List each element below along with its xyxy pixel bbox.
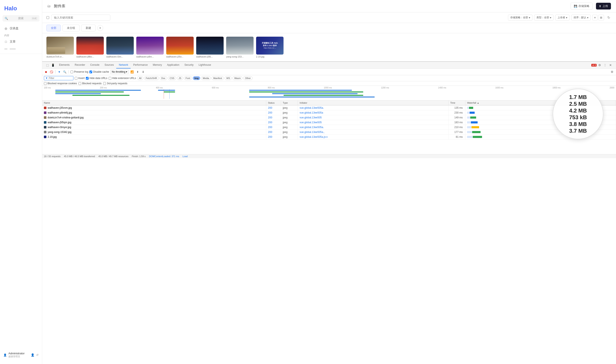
inspect-element-button[interactable]: ⬚ [45,63,50,67]
pill-all[interactable]: All [137,76,143,80]
grid-view-button[interactable]: ⊞ [598,15,604,20]
tab-all[interactable]: 全部 [46,25,61,31]
waterfall-downloading [472,131,481,133]
image-card-6[interactable]: wallhaven-j5l5... [196,37,224,58]
image-name-5: wallhaven-j35v... [166,55,194,58]
invert-checkbox[interactable] [75,77,77,80]
network-settings-button[interactable]: ⚙ [610,69,614,74]
pill-fetch_xhr[interactable]: Fetch/XHR [144,76,159,80]
disable-cache-label: Disable cache [93,70,109,73]
hide-data-urls-checkbox[interactable] [86,77,89,80]
refresh-button[interactable]: ↻ [606,14,612,21]
tab-elements[interactable]: Elements [56,62,72,68]
table-row[interactable]: wallhaven-j5l5qm.jpg 200 jpeg vue.global… [42,120,616,125]
table-row[interactable]: duietczn7o4-cristina-gottardi.jpg 200 jp… [42,115,616,120]
tab-memory[interactable]: Memory [150,62,164,68]
pill-css[interactable]: CSS [168,76,176,80]
preserve-log-checkbox[interactable] [70,71,73,73]
devtools-more-button[interactable]: ⋮ [602,63,608,68]
hide-extension-checkbox[interactable] [109,77,112,80]
image-card-3[interactable]: wallhaven-l3m... [106,37,134,58]
network-table[interactable]: Name Status Type Initiator Time Waterfal… [42,101,616,154]
pill-manifest[interactable]: Manifest [211,76,224,80]
pill-other[interactable]: Other [243,76,252,80]
pill-media[interactable]: Media [201,76,211,80]
image-card-4[interactable]: wallhaven-p8m... [136,37,164,58]
image-card-5[interactable]: wallhaven-j35v... [166,37,194,58]
table-row[interactable]: 2.19.jpg 200 jpeg vue.global.13ee505a.js… [42,135,616,140]
tab-performance[interactable]: Performance [131,62,150,68]
upload-button[interactable]: ⬆ 上传 [596,3,611,10]
filter-button[interactable]: ▼ [57,70,61,74]
timeline-bar [158,90,175,91]
tab-application[interactable]: Application [165,62,182,68]
image-card-2[interactable]: wallhaven-j8lkx... [76,37,104,58]
timeline-mark: 1800 ms [552,87,560,89]
select-all-checkbox[interactable] [46,16,49,19]
search-button[interactable]: 🔍 [63,70,67,74]
image-card-7[interactable]: yang-song-153... [226,37,253,58]
pill-font[interactable]: Font [184,76,192,80]
sort-filter-select[interactable]: 排序：默认 ▾ [571,14,591,21]
sidebar-item-label: 仪表盘 [10,26,19,30]
list-view-button[interactable]: ≡ [592,15,597,20]
network-conditions-button[interactable]: 📶 [130,70,134,74]
device-toolbar-button[interactable]: 📱 [51,63,55,67]
disable-cache-checkbox-wrap: Disable cache [89,70,109,73]
storage-strategy-button[interactable]: 💾 存储策略 [571,2,593,10]
disable-cache-checkbox[interactable] [89,71,92,73]
user-profile-button[interactable]: 👤 [31,353,34,357]
tab-lighthouse[interactable]: Lighthouse [196,62,214,68]
cell-initiator: vue.global.13ee505a.js:v [298,135,448,139]
waterfall-downloading [469,107,473,109]
clear-button[interactable]: 🚫 [49,70,54,74]
image-card-1[interactable]: duietczn7o4-cr... [46,37,74,58]
blocked-requests-checkbox[interactable] [79,82,81,85]
waterfall-waiting [467,112,469,114]
tab-new[interactable]: 新建 [81,25,96,31]
type-filter-select[interactable]: 类型：全部 ▾ [534,14,554,21]
add-category-button[interactable]: + [97,25,103,31]
sidebar-item-articles[interactable]: □ 文章 [0,38,42,45]
waterfall-downloading [471,121,478,123]
timeline-bar [55,93,101,94]
pill-wasm[interactable]: Wasm [233,76,242,80]
recording-button[interactable]: ⏺ [44,70,48,74]
throttle-select[interactable]: No throttling ▾ [110,70,129,74]
waterfall-waiting [467,126,471,128]
pill-doc[interactable]: Doc [160,76,167,80]
sidebar-item-dashboard[interactable]: ◎ 仪表盘 [0,25,42,32]
filter-input[interactable] [49,77,70,80]
table-row[interactable]: wallhaven-j35vvm.jpg 200 jpeg vue.global… [42,105,616,110]
hide-data-urls-label: Hide data URLs [89,77,107,80]
hide-extension-checkbox-wrap: Hide extension URLs [109,77,136,80]
devtools-close-button[interactable]: ✕ [608,63,613,68]
sidebar-search[interactable]: 🔍 搜索 ⌘+K [2,15,40,22]
tab-uncategorized[interactable]: 未分组 [62,25,80,31]
invert-checkbox-wrap: Invert [75,77,84,80]
tab-security[interactable]: Security [182,62,196,68]
tab-sources[interactable]: Sources [102,62,116,68]
import-button[interactable]: ⬆ [135,70,140,74]
image-card-8[interactable]: 开源建站工具 Halo发布 2.19.0 版本https://halo.run … [256,37,283,58]
sidebar-item-pages[interactable]: — —— [0,45,42,52]
table-row[interactable]: wallhaven-p8mk6j.jpg 200 jpeg vue.global… [42,110,616,115]
third-party-checkbox[interactable] [103,82,106,85]
file-search-input[interactable] [51,14,110,21]
storage-filter-select[interactable]: 存储策略：全部 ▾ [508,14,532,21]
tab-console[interactable]: Console [87,62,102,68]
export-button[interactable]: ⬇ [141,70,145,74]
cell-type: jpeg [281,130,298,134]
pill-img[interactable]: Img [193,76,200,80]
uploader-filter-select[interactable]: 上传者 ▾ [555,14,570,21]
table-row[interactable]: wallhaven-l3myxr.jpg 200 jpeg vue.global… [42,125,616,130]
table-row[interactable]: yang-song-15342.jpg 200 jpeg vue.global.… [42,130,616,135]
pill-ws[interactable]: WS [225,76,232,80]
user-logout-button[interactable]: ↺ [36,353,39,357]
devtools-settings-button[interactable]: ⚙ [597,63,602,68]
blocked-cookies-checkbox[interactable] [44,82,47,85]
tab-network[interactable]: Network [116,62,131,68]
image-thumb-1 [46,37,74,54]
pill-js[interactable]: JS [177,76,183,80]
tab-recorder[interactable]: Recorder [72,62,87,68]
